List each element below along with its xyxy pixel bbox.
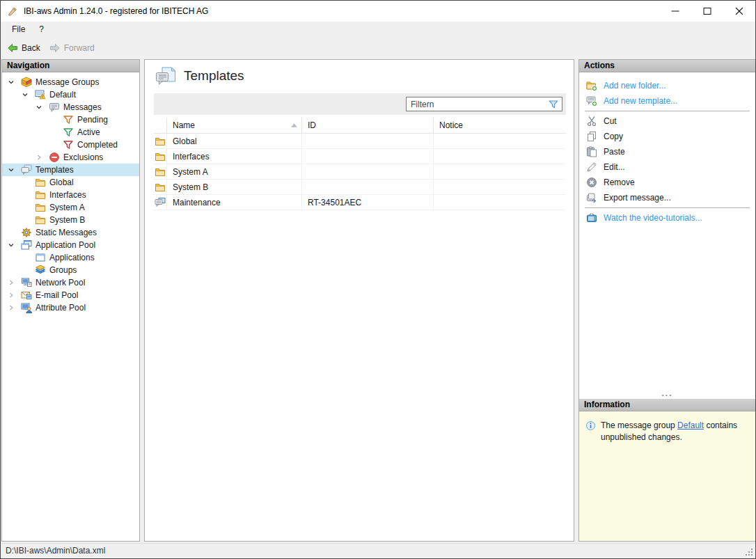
templates-title-icon xyxy=(155,66,177,88)
filter-funnel-icon[interactable] xyxy=(548,99,559,110)
applications-icon xyxy=(35,252,46,263)
column-header-label: Notice xyxy=(439,120,463,130)
tree-item-active[interactable]: Active xyxy=(2,126,139,139)
window-title: IBI-aws Admin 1.24.0 - registered for IB… xyxy=(24,1,208,22)
row-type-cell xyxy=(154,134,167,148)
funnel-pending-icon xyxy=(63,114,74,125)
tree-item-completed[interactable]: Completed xyxy=(2,139,139,151)
tree-item-label: Global xyxy=(49,178,74,187)
panel-splitter-handle[interactable]: ... xyxy=(579,392,755,399)
back-icon xyxy=(7,42,18,54)
action-label: Add new folder... xyxy=(604,81,666,90)
resize-grip-icon[interactable] xyxy=(745,548,754,557)
menu-item-help[interactable]: ? xyxy=(32,22,51,37)
cell-name: System A xyxy=(167,164,302,179)
folder-icon xyxy=(155,151,166,162)
cell-id xyxy=(302,149,434,164)
table-row-system-b[interactable]: System B xyxy=(154,180,566,195)
tree-item-label: Attribute Pool xyxy=(36,303,86,313)
tree-item-label: E-mail Pool xyxy=(36,290,78,300)
maximize-button[interactable] xyxy=(691,1,723,22)
static-messages-icon xyxy=(21,227,32,238)
status-bar: D:\IBI-aws\Admin\Data.xml xyxy=(1,543,755,558)
tree-item-e-mail-pool[interactable]: E-mail Pool xyxy=(2,289,139,301)
action-copy[interactable]: Copy xyxy=(579,129,755,144)
action-label: Edit... xyxy=(604,162,625,172)
cell-id xyxy=(302,164,434,179)
chevron-right-icon[interactable] xyxy=(36,154,49,161)
templates-table: NameIDNotice GlobalInterfacesSystem ASys… xyxy=(154,118,566,210)
table-row-global[interactable]: Global xyxy=(154,134,566,149)
actions-list: Add new folder...Add new template...CutC… xyxy=(579,72,755,226)
email-pool-icon xyxy=(21,290,32,301)
forward-button[interactable]: Forward xyxy=(47,40,101,56)
navigation-tree: Message GroupsDefaultMessagesPendingActi… xyxy=(2,72,139,314)
default-group-link[interactable]: Default xyxy=(677,420,704,430)
table-row-maintenance[interactable]: MaintenanceRT-34501AEC xyxy=(154,195,566,210)
action-add-new-template[interactable]: Add new template... xyxy=(579,93,755,109)
actions-header: Actions xyxy=(579,60,755,72)
row-type-cell xyxy=(154,180,167,194)
action-cut[interactable]: Cut xyxy=(579,113,755,129)
tree-item-applications[interactable]: Applications xyxy=(2,251,139,264)
tree-item-exclusions[interactable]: Exclusions xyxy=(2,151,139,164)
tree-item-application-pool[interactable]: Application Pool xyxy=(2,239,139,251)
folder-icon xyxy=(35,189,46,200)
tree-item-interfaces[interactable]: Interfaces xyxy=(2,189,139,201)
filter-input[interactable] xyxy=(406,97,562,111)
action-remove[interactable]: Remove xyxy=(579,175,755,190)
exclusions-icon xyxy=(49,152,60,163)
tree-item-groups[interactable]: Groups xyxy=(2,264,139,276)
information-header: Information xyxy=(579,399,755,411)
action-label: Watch the video-tutorials... xyxy=(604,213,702,223)
column-header-notice[interactable]: Notice xyxy=(434,118,566,133)
tree-item-system-a[interactable]: System A xyxy=(2,201,139,214)
tree-item-pending[interactable]: Pending xyxy=(2,113,139,126)
action-paste[interactable]: Paste xyxy=(579,144,755,159)
chevron-right-icon[interactable] xyxy=(8,279,21,286)
tree-item-global[interactable]: Global xyxy=(2,176,139,189)
tree-item-message-groups[interactable]: Message Groups xyxy=(2,76,139,88)
row-type-cell xyxy=(154,149,167,164)
forward-label: Forward xyxy=(64,43,95,53)
chevron-down-icon[interactable] xyxy=(8,79,21,86)
tree-item-attribute-pool[interactable]: Attribute Pool xyxy=(2,301,139,314)
chevron-down-icon[interactable] xyxy=(22,91,35,98)
chevron-down-icon[interactable] xyxy=(36,104,49,111)
minimize-button[interactable] xyxy=(659,1,691,22)
column-header-id[interactable]: ID xyxy=(302,118,434,133)
funnel-active-icon xyxy=(63,127,74,138)
tree-item-messages[interactable]: Messages xyxy=(2,101,139,113)
cell-id xyxy=(302,180,434,194)
action-export-message[interactable]: Export message... xyxy=(579,190,755,205)
column-header-name[interactable]: Name xyxy=(167,118,302,133)
chevron-right-icon[interactable] xyxy=(8,292,21,299)
action-edit[interactable]: Edit... xyxy=(579,159,755,175)
close-button[interactable] xyxy=(723,1,755,22)
application-pool-icon xyxy=(21,239,32,251)
action-add-new-folder[interactable]: Add new folder... xyxy=(579,78,755,93)
chevron-right-icon[interactable] xyxy=(8,304,21,311)
chevron-down-icon[interactable] xyxy=(8,242,21,249)
message-groups-icon xyxy=(21,77,32,88)
chevron-down-icon[interactable] xyxy=(8,166,21,173)
tree-item-system-b[interactable]: System B xyxy=(2,214,139,226)
action-watch-the-video-tutorials[interactable]: Watch the video-tutorials... xyxy=(579,210,755,226)
title-bar: IBI-aws Admin 1.24.0 - registered for IB… xyxy=(1,1,755,22)
navigation-panel: Navigation Message GroupsDefaultMessages… xyxy=(1,59,140,542)
tree-item-label: Messages xyxy=(63,102,102,112)
tree-item-static-messages[interactable]: Static Messages xyxy=(2,226,139,239)
tree-item-default[interactable]: Default xyxy=(2,88,139,101)
menu-item-file[interactable]: File xyxy=(5,22,32,37)
back-button[interactable]: Back xyxy=(4,40,47,56)
window-controls xyxy=(659,1,755,22)
tree-item-network-pool[interactable]: Network Pool xyxy=(2,276,139,289)
table-row-system-a[interactable]: System A xyxy=(154,164,566,180)
filter-bar xyxy=(154,93,566,115)
table-row-interfaces[interactable]: Interfaces xyxy=(154,149,566,164)
tree-item-templates[interactable]: Templates xyxy=(2,164,139,176)
action-label: Remove xyxy=(604,178,635,187)
tree-item-label: Application Pool xyxy=(36,240,95,250)
cell-notice xyxy=(434,164,566,179)
column-header-icon[interactable] xyxy=(154,118,167,133)
